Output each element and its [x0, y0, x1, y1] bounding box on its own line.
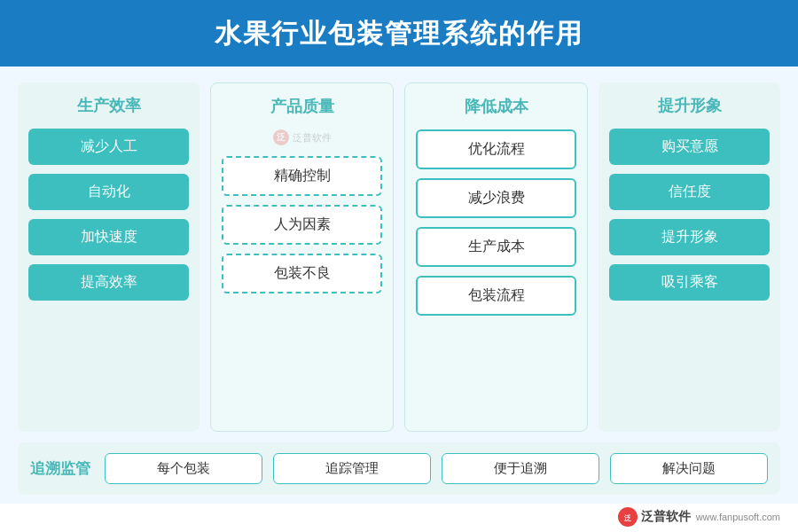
watermark-url-container: www.fanpusoft.com: [696, 512, 780, 522]
col1-item-2[interactable]: 加快速度: [28, 219, 189, 255]
column-product-quality: 产品质量 泛 泛普软件 精确控制 人为因素 包装不良: [210, 82, 394, 432]
col2-item-0[interactable]: 精确控制: [222, 156, 382, 196]
columns-wrapper: 生产效率 减少人工 自动化 加快速度 提高效率 产品质量 泛 泛普软件 精确控制…: [18, 82, 780, 432]
watermark-logo-icon: 泛: [273, 129, 289, 145]
title-bar: 水果行业包装管理系统的作用: [0, 0, 798, 66]
watermark-url: www.fanpusoft.com: [696, 512, 780, 522]
col3-item-1[interactable]: 减少浪费: [416, 178, 576, 218]
col4-item-1[interactable]: 信任度: [609, 174, 770, 210]
bottom-label: 追溯监管: [30, 458, 94, 479]
main-content: 生产效率 减少人工 自动化 加快速度 提高效率 产品质量 泛 泛普软件 精确控制…: [0, 66, 798, 504]
watermark-footer: 泛 泛普软件 www.fanpusoft.com: [0, 504, 798, 532]
col2-item-2[interactable]: 包装不良: [222, 254, 382, 293]
bottom-item-0[interactable]: 每个包装: [105, 453, 262, 484]
col2-item-1[interactable]: 人为因素: [222, 205, 382, 245]
col3-item-0[interactable]: 优化流程: [416, 129, 576, 169]
col3-item-3[interactable]: 包装流程: [416, 276, 576, 316]
watermark-brand: 泛普软件: [293, 131, 332, 145]
page-title: 水果行业包装管理系统的作用: [215, 19, 583, 48]
watermark-logo-icon-footer: 泛: [618, 507, 638, 527]
brand-name: 泛普软件: [641, 509, 691, 525]
column-brand-image: 提升形象 购买意愿 信任度 提升形象 吸引乘客: [598, 82, 780, 432]
column-production-efficiency: 生产效率 减少人工 自动化 加快速度 提高效率: [18, 82, 200, 432]
bottom-item-1[interactable]: 追踪管理: [273, 453, 431, 484]
col1-header: 生产效率: [77, 95, 141, 116]
col4-header: 提升形象: [658, 95, 722, 116]
svg-text:泛: 泛: [624, 514, 632, 522]
col1-item-3[interactable]: 提高效率: [28, 264, 189, 301]
bottom-item-2[interactable]: 便于追溯: [442, 453, 599, 484]
bottom-row: 追溯监管 每个包装 追踪管理 便于追溯 解决问题: [18, 442, 780, 495]
bottom-item-3[interactable]: 解决问题: [610, 453, 768, 484]
main-container: 水果行业包装管理系统的作用 生产效率 减少人工 自动化 加快速度 提高效率 产品…: [0, 0, 798, 532]
col4-item-3[interactable]: 吸引乘客: [609, 264, 770, 301]
col4-item-0[interactable]: 购买意愿: [609, 129, 770, 165]
col1-item-1[interactable]: 自动化: [28, 174, 189, 210]
col4-item-2[interactable]: 提升形象: [609, 219, 770, 255]
col3-item-2[interactable]: 生产成本: [416, 227, 576, 267]
column-cost-reduction: 降低成本 优化流程 减少浪费 生产成本 包装流程: [404, 82, 588, 432]
watermark-center: 泛 泛普软件: [273, 129, 332, 145]
col1-item-0[interactable]: 减少人工: [28, 129, 189, 165]
col3-header: 降低成本: [465, 96, 528, 117]
watermark-logo: 泛 泛普软件: [618, 507, 691, 527]
col2-header: 产品质量: [270, 96, 334, 117]
